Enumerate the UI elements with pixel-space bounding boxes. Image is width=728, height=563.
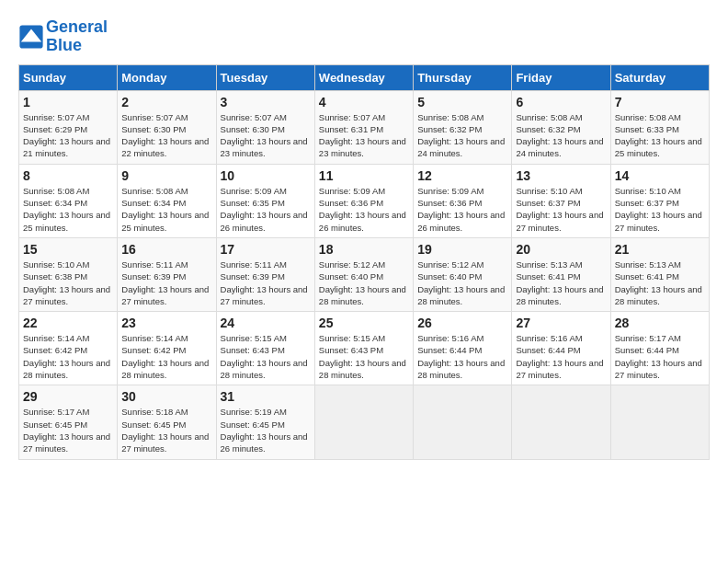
day-number: 18: [319, 242, 409, 257]
calendar-cell: 25Sunrise: 5:15 AMSunset: 6:43 PMDayligh…: [314, 312, 413, 385]
day-info: Sunrise: 5:08 AMSunset: 6:34 PMDaylight:…: [121, 185, 211, 234]
day-number: 25: [319, 316, 409, 330]
calendar-cell: 26Sunrise: 5:16 AMSunset: 6:44 PMDayligh…: [414, 312, 512, 385]
calendar-cell: 21Sunrise: 5:13 AMSunset: 6:41 PMDayligh…: [610, 237, 709, 311]
day-number: 11: [319, 168, 409, 183]
day-info: Sunrise: 5:15 AMSunset: 6:43 PMDaylight:…: [221, 332, 311, 381]
calendar-cell: 15Sunrise: 5:10 AMSunset: 6:38 PMDayligh…: [19, 237, 118, 311]
calendar-cell: 5Sunrise: 5:08 AMSunset: 6:32 PMDaylight…: [414, 90, 512, 164]
calendar-cell: 6Sunrise: 5:08 AMSunset: 6:32 PMDaylight…: [512, 90, 610, 164]
calendar-cell: [314, 385, 413, 459]
day-number: 13: [516, 168, 606, 183]
day-info: Sunrise: 5:11 AMSunset: 6:39 PMDaylight:…: [121, 259, 211, 307]
day-info: Sunrise: 5:10 AMSunset: 6:37 PMDaylight:…: [615, 185, 705, 234]
calendar-week-2: 8Sunrise: 5:08 AMSunset: 6:34 PMDaylight…: [19, 164, 710, 237]
day-number: 9: [121, 168, 211, 183]
day-info: Sunrise: 5:10 AMSunset: 6:37 PMDaylight:…: [516, 185, 606, 234]
day-info: Sunrise: 5:07 AMSunset: 6:30 PMDaylight:…: [121, 111, 211, 160]
calendar-cell: 13Sunrise: 5:10 AMSunset: 6:37 PMDayligh…: [512, 164, 610, 237]
calendar-cell: 9Sunrise: 5:08 AMSunset: 6:34 PMDaylight…: [118, 164, 216, 237]
calendar-cell: 20Sunrise: 5:13 AMSunset: 6:41 PMDayligh…: [512, 237, 610, 311]
day-info: Sunrise: 5:19 AMSunset: 6:45 PMDaylight:…: [221, 406, 311, 454]
calendar-cell: 11Sunrise: 5:09 AMSunset: 6:36 PMDayligh…: [314, 164, 413, 237]
day-number: 4: [319, 95, 409, 109]
day-number: 15: [23, 242, 113, 257]
day-header-wednesday: Wednesday: [314, 64, 413, 90]
day-info: Sunrise: 5:12 AMSunset: 6:40 PMDaylight:…: [417, 259, 507, 307]
day-info: Sunrise: 5:13 AMSunset: 6:41 PMDaylight:…: [516, 259, 606, 307]
logo: General Blue: [18, 18, 108, 55]
calendar-cell: 4Sunrise: 5:07 AMSunset: 6:31 PMDaylight…: [314, 90, 413, 164]
day-info: Sunrise: 5:17 AMSunset: 6:44 PMDaylight:…: [615, 332, 705, 381]
day-header-monday: Monday: [118, 64, 216, 90]
day-number: 16: [121, 242, 211, 257]
calendar-cell: 16Sunrise: 5:11 AMSunset: 6:39 PMDayligh…: [118, 237, 216, 311]
calendar-table: SundayMondayTuesdayWednesdayThursdayFrid…: [18, 64, 710, 460]
calendar-cell: 24Sunrise: 5:15 AMSunset: 6:43 PMDayligh…: [216, 312, 314, 385]
day-number: 6: [516, 95, 606, 109]
calendar-cell: 28Sunrise: 5:17 AMSunset: 6:44 PMDayligh…: [610, 312, 709, 385]
day-number: 20: [516, 242, 606, 257]
day-info: Sunrise: 5:14 AMSunset: 6:42 PMDaylight:…: [121, 332, 211, 381]
day-number: 12: [417, 168, 507, 183]
day-info: Sunrise: 5:08 AMSunset: 6:32 PMDaylight:…: [516, 111, 606, 160]
calendar-cell: 17Sunrise: 5:11 AMSunset: 6:39 PMDayligh…: [216, 237, 314, 311]
day-info: Sunrise: 5:15 AMSunset: 6:43 PMDaylight:…: [319, 332, 409, 381]
calendar-cell: 1Sunrise: 5:07 AMSunset: 6:29 PMDaylight…: [19, 90, 118, 164]
day-info: Sunrise: 5:13 AMSunset: 6:41 PMDaylight:…: [615, 259, 705, 307]
calendar-week-4: 22Sunrise: 5:14 AMSunset: 6:42 PMDayligh…: [19, 312, 710, 385]
page-header: General Blue: [18, 18, 710, 55]
day-number: 17: [221, 242, 311, 257]
calendar-body: 1Sunrise: 5:07 AMSunset: 6:29 PMDaylight…: [19, 90, 710, 459]
day-number: 2: [121, 95, 211, 109]
day-number: 23: [121, 316, 211, 330]
day-header-tuesday: Tuesday: [216, 64, 314, 90]
calendar-cell: 18Sunrise: 5:12 AMSunset: 6:40 PMDayligh…: [314, 237, 413, 311]
day-number: 28: [615, 316, 705, 330]
calendar-cell: 27Sunrise: 5:16 AMSunset: 6:44 PMDayligh…: [512, 312, 610, 385]
calendar-cell: 14Sunrise: 5:10 AMSunset: 6:37 PMDayligh…: [610, 164, 709, 237]
day-info: Sunrise: 5:07 AMSunset: 6:30 PMDaylight:…: [221, 111, 311, 160]
calendar-cell: 19Sunrise: 5:12 AMSunset: 6:40 PMDayligh…: [414, 237, 512, 311]
day-number: 26: [417, 316, 507, 330]
day-info: Sunrise: 5:08 AMSunset: 6:33 PMDaylight:…: [615, 111, 705, 160]
day-number: 10: [221, 168, 311, 183]
day-info: Sunrise: 5:08 AMSunset: 6:34 PMDaylight:…: [23, 185, 113, 234]
day-info: Sunrise: 5:07 AMSunset: 6:31 PMDaylight:…: [319, 111, 409, 160]
day-number: 19: [417, 242, 507, 257]
calendar-week-5: 29Sunrise: 5:17 AMSunset: 6:45 PMDayligh…: [19, 385, 710, 459]
calendar-week-3: 15Sunrise: 5:10 AMSunset: 6:38 PMDayligh…: [19, 237, 710, 311]
calendar-cell: [512, 385, 610, 459]
day-header-saturday: Saturday: [610, 64, 709, 90]
day-info: Sunrise: 5:09 AMSunset: 6:36 PMDaylight:…: [417, 185, 507, 234]
day-number: 14: [615, 168, 705, 183]
calendar-cell: 8Sunrise: 5:08 AMSunset: 6:34 PMDaylight…: [19, 164, 118, 237]
calendar-cell: 2Sunrise: 5:07 AMSunset: 6:30 PMDaylight…: [118, 90, 216, 164]
day-number: 1: [23, 95, 113, 109]
day-number: 3: [221, 95, 311, 109]
general-blue-icon: [18, 24, 44, 50]
calendar-cell: 10Sunrise: 5:09 AMSunset: 6:35 PMDayligh…: [216, 164, 314, 237]
day-header-friday: Friday: [512, 64, 610, 90]
day-info: Sunrise: 5:11 AMSunset: 6:39 PMDaylight:…: [221, 259, 311, 307]
day-number: 7: [615, 95, 705, 109]
day-number: 24: [221, 316, 311, 330]
day-info: Sunrise: 5:09 AMSunset: 6:36 PMDaylight:…: [319, 185, 409, 234]
logo-text: General Blue: [46, 18, 108, 55]
calendar-cell: 30Sunrise: 5:18 AMSunset: 6:45 PMDayligh…: [118, 385, 216, 459]
day-number: 8: [23, 168, 113, 183]
day-info: Sunrise: 5:14 AMSunset: 6:42 PMDaylight:…: [23, 332, 113, 381]
day-header-sunday: Sunday: [19, 64, 118, 90]
day-info: Sunrise: 5:17 AMSunset: 6:45 PMDaylight:…: [23, 406, 113, 454]
day-info: Sunrise: 5:08 AMSunset: 6:32 PMDaylight:…: [417, 111, 507, 160]
day-info: Sunrise: 5:16 AMSunset: 6:44 PMDaylight:…: [516, 332, 606, 381]
calendar-cell: 7Sunrise: 5:08 AMSunset: 6:33 PMDaylight…: [610, 90, 709, 164]
day-info: Sunrise: 5:10 AMSunset: 6:38 PMDaylight:…: [23, 259, 113, 307]
calendar-cell: 23Sunrise: 5:14 AMSunset: 6:42 PMDayligh…: [118, 312, 216, 385]
day-number: 22: [23, 316, 113, 330]
calendar-cell: [414, 385, 512, 459]
day-info: Sunrise: 5:09 AMSunset: 6:35 PMDaylight:…: [221, 185, 311, 234]
day-header-thursday: Thursday: [414, 64, 512, 90]
day-info: Sunrise: 5:12 AMSunset: 6:40 PMDaylight:…: [319, 259, 409, 307]
calendar-cell: 12Sunrise: 5:09 AMSunset: 6:36 PMDayligh…: [414, 164, 512, 237]
